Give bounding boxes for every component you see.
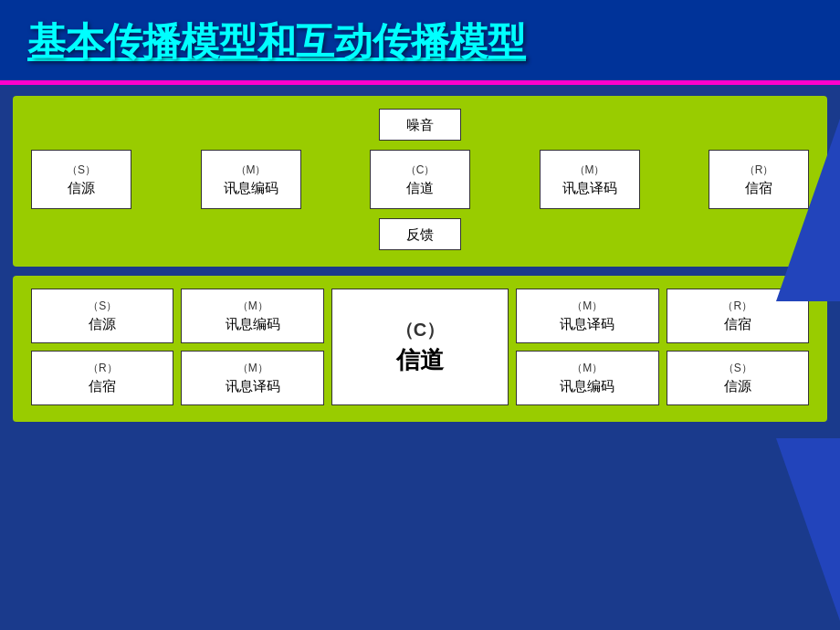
- center-channel-node: （C） 信道: [331, 289, 509, 405]
- encode-id: （M）: [236, 163, 267, 178]
- right-decode-node: （M） 讯息译码: [516, 289, 658, 343]
- page-title: 基本传播模型和互动传播模型: [27, 16, 813, 80]
- receiver-id: （R）: [744, 163, 774, 178]
- bottom-nodes-row: （S） 信源 （R） 信宿 （M） 讯息编码 （M） 讯息译码: [31, 289, 809, 405]
- right-receiver-id: （R）: [722, 299, 752, 314]
- bottom-decode-id: （M）: [237, 361, 268, 376]
- bottom-decode-node: （M） 讯息译码: [181, 351, 323, 405]
- feedback-container: 反馈: [31, 218, 809, 250]
- right-source-node: （S） 信源: [667, 351, 809, 405]
- right-column: （R） 信宿 （S） 信源: [667, 289, 809, 405]
- center-channel-name: 信道: [396, 344, 444, 376]
- right-source-name: 信源: [724, 378, 751, 395]
- right-encode-name: 讯息编码: [560, 378, 614, 395]
- right-encode-id: （M）: [572, 361, 603, 376]
- header: 基本传播模型和互动传播模型: [0, 0, 840, 85]
- center-channel-id: （C）: [395, 318, 445, 342]
- receiver-name: 信宿: [745, 180, 772, 197]
- bottom-source-name: 信源: [89, 316, 116, 333]
- right-source-id: （S）: [723, 361, 752, 376]
- channel-node: （C） 信道: [370, 150, 470, 209]
- bottom-receiver-node: （R） 信宿: [31, 351, 173, 405]
- top-nodes-row: （S） 信源 （M） 讯息编码 （C） 信道 （M） 讯息译码 （R） 信宿: [31, 150, 809, 209]
- right-mid-column: （M） 讯息译码 （M） 讯息编码: [516, 289, 658, 405]
- source-node: （S） 信源: [31, 150, 131, 209]
- noise-box: 噪音: [379, 109, 461, 141]
- channel-name: 信道: [406, 180, 434, 197]
- bottom-source-id: （S）: [88, 299, 117, 314]
- encode-node: （M） 讯息编码: [201, 150, 301, 209]
- main-content: 噪音 （S） 信源 （M） 讯息编码 （C） 信道 （M） 讯息译码 （R: [0, 85, 840, 433]
- encode-name: 讯息编码: [224, 180, 278, 197]
- decode-node: （M） 讯息译码: [540, 150, 640, 209]
- decorative-triangle-top: [776, 119, 840, 301]
- decorative-triangle-bottom: [776, 438, 840, 621]
- bottom-receiver-name: 信宿: [89, 378, 116, 395]
- decode-name: 讯息译码: [562, 180, 617, 197]
- decode-id: （M）: [574, 163, 605, 178]
- noise-container: 噪音: [31, 109, 809, 141]
- feedback-box: 反馈: [379, 218, 461, 250]
- right-receiver-name: 信宿: [724, 316, 751, 333]
- channel-id: （C）: [405, 163, 436, 178]
- noise-label: 噪音: [389, 117, 451, 134]
- left-mid-column: （M） 讯息编码 （M） 讯息译码: [181, 289, 323, 405]
- basic-model-section: 噪音 （S） 信源 （M） 讯息编码 （C） 信道 （M） 讯息译码 （R: [13, 96, 827, 267]
- bottom-encode-name: 讯息编码: [226, 316, 280, 333]
- left-column: （S） 信源 （R） 信宿: [31, 289, 173, 405]
- bottom-encode-node: （M） 讯息编码: [181, 289, 323, 343]
- bottom-encode-id: （M）: [237, 299, 268, 314]
- right-decode-name: 讯息译码: [560, 316, 614, 333]
- interactive-model-section: （S） 信源 （R） 信宿 （M） 讯息编码 （M） 讯息译码: [13, 276, 827, 422]
- bottom-decode-name: 讯息译码: [226, 378, 280, 395]
- feedback-label: 反馈: [389, 226, 451, 244]
- bottom-receiver-id: （R）: [88, 361, 118, 376]
- source-id: （S）: [67, 163, 96, 178]
- right-encode-node: （M） 讯息编码: [516, 351, 658, 405]
- right-decode-id: （M）: [572, 299, 603, 314]
- bottom-source-node: （S） 信源: [31, 289, 173, 343]
- source-name: 信源: [68, 180, 95, 197]
